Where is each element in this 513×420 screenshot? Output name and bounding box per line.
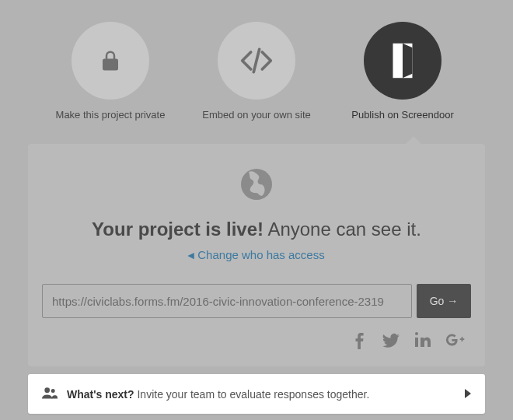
option-label: Embed on your own site	[202, 109, 310, 121]
whats-next-content: What's next? Invite your team to evaluat…	[42, 387, 369, 401]
lock-icon	[72, 22, 149, 100]
svg-point-7	[51, 389, 55, 393]
svg-point-5	[415, 332, 418, 335]
option-label: Make this project private	[56, 109, 166, 121]
globe-icon	[42, 166, 471, 203]
whats-next-banner[interactable]: What's next? Invite your team to evaluat…	[28, 374, 485, 414]
social-share-row	[42, 327, 471, 354]
svg-point-6	[44, 387, 50, 393]
whats-next-rest: Invite your team to evaluate responses t…	[137, 388, 369, 401]
option-embed[interactable]: Embed on your own site	[183, 22, 330, 121]
team-icon	[42, 387, 58, 401]
option-publish-screendoor[interactable]: Publish on Screendoor	[330, 22, 476, 121]
live-card: Your project is live! Anyone can see it.…	[28, 144, 485, 366]
svg-line-0	[253, 49, 259, 72]
caret-left-icon: ◂	[188, 248, 194, 262]
svg-marker-2	[403, 44, 413, 78]
code-icon	[218, 22, 295, 100]
live-headline: Your project is live! Anyone can see it.	[42, 219, 471, 240]
door-icon	[364, 22, 441, 100]
googleplus-icon[interactable]	[445, 331, 468, 354]
twitter-icon[interactable]	[381, 331, 401, 354]
live-headline-bold: Your project is live!	[92, 219, 263, 240]
svg-marker-8	[465, 389, 471, 398]
svg-rect-4	[415, 338, 418, 347]
linkedin-icon[interactable]	[414, 331, 432, 354]
share-url-input[interactable]	[42, 284, 412, 318]
change-access-link[interactable]: ◂Change who has access	[188, 248, 324, 261]
project-options: Make this project private Embed on your …	[28, 0, 485, 133]
option-label: Publish on Screendoor	[351, 109, 454, 121]
whats-next-strong: What's next?	[67, 388, 134, 401]
chevron-right-icon	[465, 387, 471, 401]
share-url-row: Go →	[42, 284, 471, 318]
change-access: ◂Change who has access	[42, 248, 471, 262]
option-make-private[interactable]: Make this project private	[37, 22, 183, 121]
live-headline-rest: Anyone can see it.	[267, 219, 421, 240]
go-button[interactable]: Go →	[417, 284, 471, 318]
facebook-icon[interactable]	[351, 331, 368, 354]
change-access-label: Change who has access	[197, 248, 324, 261]
